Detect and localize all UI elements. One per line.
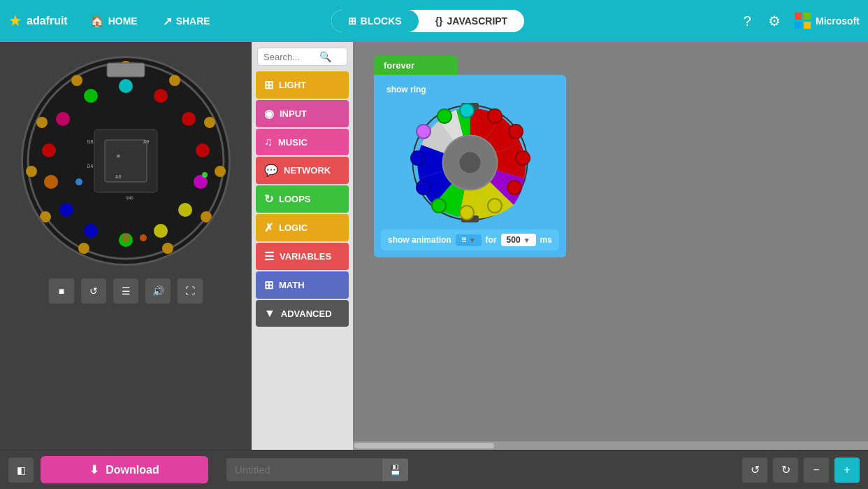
duration-dropdown-arrow[interactable]: ▼ (523, 236, 530, 244)
sound-button[interactable]: 🔊 (145, 278, 171, 304)
svg-point-22 (44, 175, 58, 189)
light-icon: ⊞ (264, 78, 273, 92)
stop-button[interactable]: ■ (49, 278, 74, 304)
ms-grid-icon (795, 13, 811, 29)
zoom-out-button[interactable]: − (804, 458, 829, 483)
svg-point-12 (119, 79, 133, 93)
gear-icon: ⚙ (768, 13, 781, 29)
logic-icon: ✗ (264, 221, 273, 234)
svg-text:D4: D4 (87, 164, 93, 169)
tab-blocks[interactable]: ⊞ BLOCKS (331, 10, 419, 32)
undo-button[interactable]: ↺ (742, 458, 767, 483)
search-icon[interactable]: 🔍 (319, 51, 331, 62)
svg-point-6 (26, 166, 37, 177)
fullscreen-button[interactable]: ⛶ (178, 278, 203, 304)
sound-icon: 🔊 (152, 285, 164, 297)
svg-text:◉: ◉ (117, 153, 120, 159)
fullscreen-icon: ⛶ (185, 285, 195, 297)
svg-point-5 (204, 117, 215, 128)
animation-preview: ⠿ (461, 236, 466, 244)
help-icon: ? (744, 13, 751, 29)
show-ring-label: show ring (381, 82, 432, 97)
svg-point-15 (196, 143, 210, 157)
forever-block-header: forever (374, 56, 458, 75)
color-wheel-container[interactable] (409, 101, 531, 224)
board-svg: D8 A9 A8 D4 ◉ GND (24, 59, 227, 262)
category-music[interactable]: ♫ MUSIC (256, 129, 349, 155)
restart-icon: ↺ (89, 285, 98, 297)
category-logic[interactable]: ✗ LOGIC (256, 214, 349, 241)
bottom-right-controls: ↺ ↻ − + (742, 458, 860, 483)
forever-block-body: show ring (374, 75, 566, 257)
logic-label: LOGIC (279, 222, 308, 233)
loops-label: LOOPS (279, 194, 311, 204)
workspace[interactable]: forever show ring (353, 42, 868, 450)
board-container: D8 A9 A8 D4 ◉ GND (21, 56, 231, 266)
svg-point-23 (42, 143, 56, 157)
restart-button[interactable]: ↺ (81, 278, 106, 304)
workspace-scrollbar[interactable] (353, 441, 868, 450)
show-animation-block[interactable]: show animation ⠿ ▼ for 500 ▼ ms (381, 229, 559, 250)
sim-controls: ■ ↺ ☰ 🔊 ⛶ (49, 278, 203, 304)
ms-label: Microsoft (816, 15, 860, 27)
category-advanced[interactable]: ▼ ADVANCED (256, 300, 349, 327)
redo-button[interactable]: ↻ (773, 458, 798, 483)
category-input[interactable]: ◉ INPUT (256, 100, 349, 127)
header: ★ adafruit 🏠 HOME ↗ SHARE ⊞ BLOCKS {} JA… (0, 0, 868, 42)
blocks-panel: 🔍 ⊞ LIGHT◉ INPUT♫ MUSIC💬 NETWORK↻ LOOPS✗… (252, 42, 353, 450)
forever-block[interactable]: forever show ring (374, 56, 566, 257)
logo-text: adafruit (27, 15, 68, 27)
settings-button[interactable]: ⚙ (765, 10, 783, 32)
svg-text:D8: D8 (87, 139, 93, 145)
svg-point-42 (459, 153, 480, 173)
for-label: for (486, 235, 497, 245)
svg-point-21 (59, 203, 73, 217)
loops-icon: ↻ (264, 192, 273, 206)
category-loops[interactable]: ↻ LOOPS (256, 185, 349, 213)
svg-point-18 (154, 224, 168, 238)
help-button[interactable]: ? (741, 10, 754, 32)
svg-point-24 (56, 112, 70, 126)
download-button[interactable]: ⬇ Download (41, 456, 208, 483)
svg-point-8 (40, 211, 51, 222)
share-button[interactable]: ↗ SHARE (153, 10, 220, 32)
redo-icon: ↻ (781, 463, 790, 476)
home-icon: 🏠 (90, 15, 104, 28)
svg-point-17 (178, 203, 192, 217)
header-right: ? ⚙ Microsoft (741, 10, 860, 32)
search-input[interactable] (263, 52, 319, 62)
blocks-icon: ⊞ (348, 15, 356, 27)
light-label: LIGHT (279, 80, 306, 90)
svg-point-35 (75, 178, 82, 185)
network-label: NETWORK (284, 165, 331, 176)
svg-point-7 (215, 166, 226, 177)
music-label: MUSIC (278, 137, 308, 148)
input-label: INPUT (280, 108, 307, 119)
home-button[interactable]: 🏠 HOME (80, 10, 147, 32)
animation-selector[interactable]: ⠿ ▼ (456, 234, 482, 246)
microsoft-logo: Microsoft (795, 13, 860, 29)
animation-dropdown-arrow[interactable]: ▼ (469, 236, 476, 244)
logo-star-icon: ★ (8, 12, 22, 30)
category-variables[interactable]: ☰ VARIABLES (256, 243, 349, 270)
download-icon: ⬇ (89, 463, 99, 476)
ms-label: ms (540, 235, 552, 245)
category-light[interactable]: ⊞ LIGHT (256, 71, 349, 99)
save-button[interactable]: 💾 (382, 459, 408, 481)
tab-javascript[interactable]: {} JAVASCRIPT (419, 10, 525, 32)
show-animation-label: show animation (388, 235, 451, 245)
search-box[interactable]: 🔍 (257, 48, 347, 66)
hide-button[interactable]: ☰ (113, 278, 138, 304)
duration-input[interactable]: 500 ▼ (501, 234, 536, 246)
zoom-in-button[interactable]: + (834, 458, 860, 483)
scroll-thumb[interactable] (354, 443, 494, 448)
svg-point-13 (154, 89, 168, 103)
simulator-panel: D8 A9 A8 D4 ◉ GND ■ ↺ (0, 42, 252, 450)
toggle-simulator-button[interactable]: ◧ (8, 458, 34, 483)
project-name-area: 💾 (226, 458, 408, 481)
advanced-label: ADVANCED (281, 309, 332, 319)
category-network[interactable]: 💬 NETWORK (256, 157, 349, 184)
category-math[interactable]: ⊞ MATH (256, 271, 349, 299)
network-icon: 💬 (264, 164, 278, 177)
project-name-input[interactable] (226, 458, 382, 481)
